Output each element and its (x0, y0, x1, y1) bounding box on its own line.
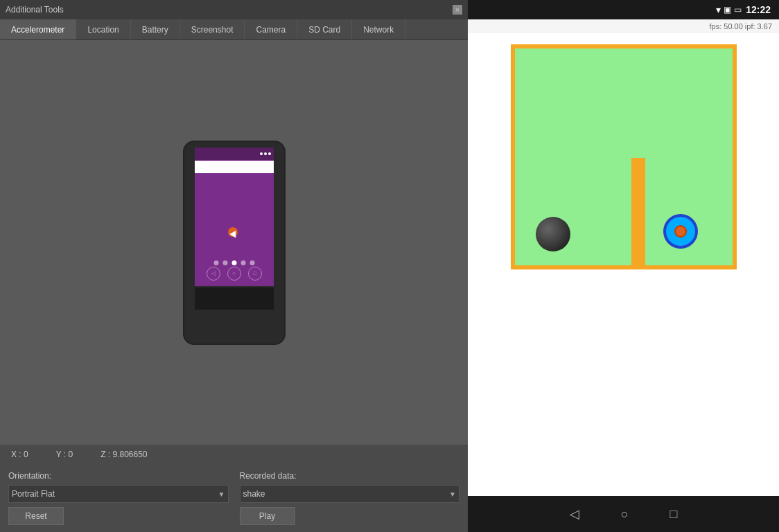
phone-preview-area: ◁ ○ □ (0, 40, 468, 445)
android-status-bar: ▾ ▣ ▭ 12:22 (468, 0, 779, 19)
game-canvas (511, 44, 737, 269)
tab-bar: Accelerometer Location Battery Screensho… (0, 19, 468, 40)
additional-tools-panel: Additional Tools × Accelerometer Locatio… (0, 0, 468, 532)
accel-x: X : 0 (11, 450, 28, 459)
page-dot-4 (240, 260, 245, 265)
phone-bottom-bar (195, 287, 274, 310)
reset-button[interactable]: Reset (8, 507, 64, 525)
android-emulator-panel: ▾ ▣ ▭ 12:22 fps: 50.00 ipf: 3.67 ◁ ○ □ (468, 0, 779, 532)
fps-bar: fps: 50.00 ipf: 3.67 (468, 19, 779, 33)
target-inner-dot (674, 225, 687, 238)
phone-nav-buttons: ◁ ○ □ (207, 267, 262, 281)
page-dot-1 (213, 260, 218, 265)
android-clock: 12:22 (746, 4, 771, 15)
accelerometer-values: X : 0 Y : 0 Z : 9.806650 (0, 445, 468, 464)
recorded-dropdown-arrow: ▼ (449, 490, 456, 498)
recorded-data-group: Recorded data: shake ▼ Play (240, 471, 460, 525)
panel-title: Additional Tools (6, 5, 64, 15)
title-bar: Additional Tools × (0, 0, 468, 19)
play-button[interactable]: Play (240, 507, 295, 525)
battery-icon: ▭ (734, 5, 742, 15)
page-dot-2 (222, 260, 227, 265)
signal-dot-2 (264, 152, 267, 155)
recorded-value: shake (243, 489, 265, 499)
phone-address-bar (195, 161, 274, 173)
fps-value: fps: 50.00 ipf: 3.67 (709, 22, 772, 30)
accel-z: Z : 9.806650 (100, 450, 147, 459)
signal-dot-1 (260, 152, 263, 155)
orientation-value: Portrait Flat (12, 489, 55, 499)
tab-location[interactable]: Location (76, 19, 130, 39)
orientation-dropdown-arrow: ▼ (218, 490, 225, 498)
android-recents-icon[interactable]: □ (670, 507, 678, 522)
recorded-select[interactable]: shake ▼ (240, 485, 460, 503)
phone-back-btn[interactable]: ◁ (207, 267, 220, 281)
tab-network[interactable]: Network (352, 19, 405, 39)
page-dot-3 (231, 260, 236, 265)
orange-barrier (631, 158, 645, 265)
tab-sdcard[interactable]: SD Card (297, 19, 352, 39)
phone-device: ◁ ○ □ (183, 141, 286, 345)
tab-accelerometer[interactable]: Accelerometer (0, 19, 76, 39)
orientation-group: Orientation: Portrait Flat ▼ Reset (8, 471, 229, 525)
recorded-label: Recorded data: (240, 471, 460, 481)
phone-page-dots (213, 260, 254, 265)
android-home-icon[interactable]: ○ (621, 507, 629, 522)
accel-y: Y : 0 (56, 450, 73, 459)
black-ball (536, 217, 570, 251)
close-button[interactable]: × (453, 5, 462, 15)
tab-camera[interactable]: Camera (245, 19, 297, 39)
orientation-select[interactable]: Portrait Flat ▼ (8, 485, 229, 503)
phone-status-bar (195, 148, 274, 160)
phone-home-btn[interactable]: ○ (227, 267, 241, 281)
wifi-icon: ▾ (716, 4, 721, 15)
android-back-icon[interactable]: ◁ (570, 506, 579, 522)
target-circle (663, 214, 698, 249)
signal-icon: ▣ (724, 5, 731, 15)
game-area (468, 33, 779, 496)
phone-screen: ◁ ○ □ (195, 148, 274, 286)
tab-screenshot[interactable]: Screenshot (180, 19, 245, 39)
page-dot-5 (250, 260, 254, 265)
orientation-label: Orientation: (8, 471, 229, 481)
controls-area: Orientation: Portrait Flat ▼ Reset Recor… (0, 464, 468, 532)
android-status-icons: ▾ ▣ ▭ (716, 4, 742, 15)
android-nav-bar: ◁ ○ □ (468, 496, 779, 532)
signal-dot-3 (268, 152, 271, 155)
tab-battery[interactable]: Battery (131, 19, 180, 39)
phone-recents-btn[interactable]: □ (248, 267, 262, 281)
